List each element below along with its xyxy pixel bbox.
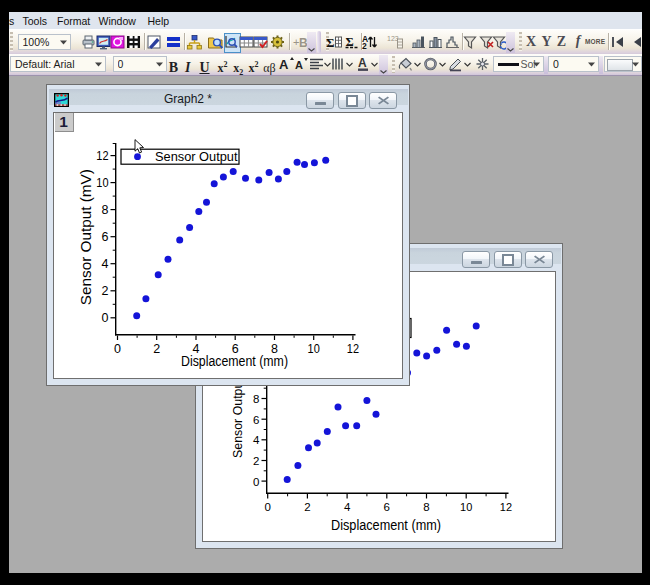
- svg-text:12: 12: [347, 342, 359, 356]
- svg-text:Σ: Σ: [326, 35, 335, 50]
- svg-text:0: 0: [264, 501, 270, 513]
- svg-text:0: 0: [102, 311, 109, 325]
- svg-text:A: A: [295, 59, 303, 71]
- svg-text:12: 12: [500, 501, 512, 513]
- svg-text:A: A: [358, 56, 367, 70]
- svg-text:10: 10: [96, 176, 108, 190]
- svg-text:6: 6: [253, 414, 259, 426]
- svg-text:4: 4: [344, 501, 351, 513]
- svg-text:6: 6: [102, 230, 109, 244]
- svg-text:Sensor Output (mV): Sensor Output (mV): [77, 169, 94, 305]
- svg-text:Displacement (mm): Displacement (mm): [331, 517, 441, 533]
- svg-text:10: 10: [308, 342, 320, 356]
- svg-text:2: 2: [304, 501, 310, 513]
- svg-text:2: 2: [362, 41, 367, 50]
- svg-text:0: 0: [253, 476, 259, 488]
- svg-text:A: A: [279, 57, 289, 72]
- svg-text:0: 0: [114, 342, 121, 356]
- svg-text:8: 8: [253, 393, 259, 405]
- svg-text:4: 4: [102, 257, 109, 271]
- svg-text:2: 2: [153, 342, 160, 356]
- svg-text:4: 4: [253, 434, 260, 446]
- svg-text:2: 2: [102, 284, 109, 298]
- svg-text:8: 8: [102, 203, 109, 217]
- svg-text:Displacement (mm): Displacement (mm): [181, 353, 288, 369]
- svg-text:Sensor Output: Sensor Output: [155, 149, 238, 164]
- svg-text:Σ: Σ: [345, 34, 353, 48]
- svg-text:8: 8: [423, 501, 429, 513]
- svg-text:10: 10: [460, 501, 472, 513]
- svg-text:2: 2: [253, 455, 259, 467]
- svg-text:12: 12: [96, 149, 108, 163]
- svg-text:6: 6: [384, 501, 390, 513]
